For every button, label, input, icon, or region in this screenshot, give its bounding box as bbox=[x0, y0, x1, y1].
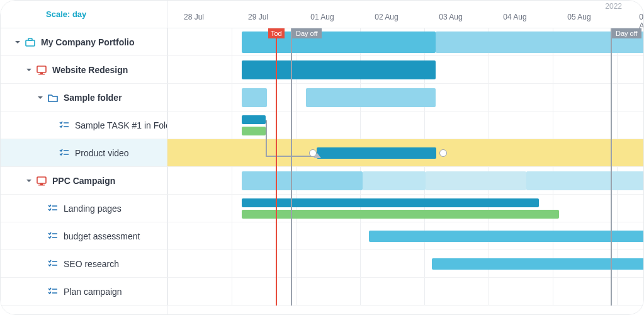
tree-row[interactable]: Sample TASK #1 in Fold bbox=[1, 112, 167, 139]
gantt-row[interactable] bbox=[167, 28, 643, 56]
chevron-down-icon[interactable] bbox=[36, 93, 45, 102]
tree-row[interactable]: Plan campaign bbox=[1, 278, 167, 306]
task-icon bbox=[47, 231, 59, 242]
year-label: 2022 bbox=[605, 2, 622, 11]
gantt-bar[interactable] bbox=[242, 60, 436, 79]
folder-icon bbox=[47, 92, 59, 103]
svg-rect-10 bbox=[40, 183, 43, 185]
dependency-marker bbox=[314, 153, 321, 158]
chevron-down-icon[interactable] bbox=[25, 66, 33, 74]
gantt-row[interactable] bbox=[167, 195, 643, 222]
tree-label: SEO research bbox=[64, 259, 119, 269]
tree-row[interactable]: budget assessment bbox=[1, 222, 167, 250]
svg-rect-4 bbox=[38, 74, 45, 75]
tree-row[interactable]: Website Redesign bbox=[1, 56, 167, 84]
gantt-row[interactable] bbox=[167, 56, 643, 84]
gantt-bar[interactable] bbox=[306, 88, 436, 107]
tree-label: budget assessment bbox=[64, 231, 140, 241]
tree-label: My Company Portfolio bbox=[41, 37, 135, 47]
task-tree: My Company PortfolioWebsite RedesignSamp… bbox=[1, 28, 167, 306]
svg-rect-11 bbox=[38, 185, 45, 186]
tree-row[interactable]: Product video bbox=[1, 139, 167, 167]
svg-rect-0 bbox=[26, 40, 35, 46]
date-label: 02 Aug bbox=[375, 13, 398, 21]
bar-handle[interactable] bbox=[439, 149, 447, 157]
project-icon bbox=[36, 64, 47, 76]
tree-label: PPC Campaign bbox=[52, 176, 115, 186]
tree-label: Sample TASK #1 in Fold bbox=[75, 120, 167, 130]
chevron-down-icon[interactable] bbox=[13, 38, 22, 47]
gantt-bar[interactable] bbox=[242, 210, 559, 219]
tree-row[interactable]: PPC Campaign bbox=[1, 167, 167, 195]
dayoff-badge: Day off bbox=[612, 28, 641, 38]
gantt-body[interactable]: TodDay offDay off bbox=[167, 28, 643, 306]
gantt-bar[interactable] bbox=[242, 127, 266, 135]
scale-indicator[interactable]: Scale: day bbox=[1, 1, 167, 28]
tree-row[interactable]: Sample folder bbox=[1, 84, 167, 112]
tree-label: Landing pages bbox=[64, 203, 121, 214]
date-label: 08 A bbox=[639, 13, 643, 30]
svg-rect-9 bbox=[37, 177, 46, 183]
scale-label: Scale: day bbox=[46, 9, 86, 19]
tree-row[interactable]: Landing pages bbox=[1, 195, 167, 222]
gantt-row[interactable] bbox=[167, 278, 643, 306]
tree-label: Product video bbox=[75, 148, 129, 158]
gantt-bar[interactable] bbox=[426, 171, 526, 190]
date-label: 28 Jul bbox=[184, 13, 204, 21]
task-icon bbox=[59, 147, 70, 159]
gantt-bar[interactable] bbox=[242, 171, 363, 190]
dependency-line bbox=[266, 156, 317, 157]
date-label: 03 Aug bbox=[439, 13, 462, 21]
portfolio-icon bbox=[25, 37, 36, 48]
dayoff-line bbox=[611, 28, 612, 306]
gantt-row[interactable] bbox=[167, 167, 643, 195]
gantt-bar[interactable] bbox=[369, 231, 643, 242]
tree-row[interactable]: My Company Portfolio bbox=[1, 28, 167, 56]
task-icon bbox=[47, 203, 59, 214]
tree-label: Sample folder bbox=[64, 93, 122, 103]
dayoff-line bbox=[291, 28, 292, 306]
gantt-bar[interactable] bbox=[363, 171, 426, 190]
gantt-row[interactable] bbox=[167, 84, 643, 112]
timeline-header: 2022 28 Jul29 Jul01 Aug02 Aug03 Aug04 Au… bbox=[167, 1, 643, 28]
gantt-row[interactable] bbox=[167, 139, 643, 167]
today-badge: Tod bbox=[268, 28, 285, 38]
gantt-row[interactable] bbox=[167, 112, 643, 139]
dayoff-badge: Day off bbox=[292, 28, 322, 38]
gantt-bar[interactable] bbox=[526, 171, 643, 190]
dependency-line bbox=[266, 120, 267, 156]
svg-rect-1 bbox=[28, 38, 32, 40]
svg-rect-3 bbox=[40, 72, 43, 74]
tree-row[interactable]: SEO research bbox=[1, 250, 167, 278]
date-label: 01 Aug bbox=[310, 13, 334, 21]
task-icon bbox=[59, 120, 70, 131]
date-label: 05 Aug bbox=[567, 13, 590, 21]
tree-label: Plan campaign bbox=[64, 287, 122, 297]
gantt-bar[interactable] bbox=[242, 198, 539, 207]
gantt-row[interactable] bbox=[167, 250, 643, 278]
task-icon bbox=[47, 286, 59, 297]
gantt-bar[interactable] bbox=[242, 115, 266, 124]
gantt-bar[interactable] bbox=[317, 147, 436, 159]
project-icon bbox=[36, 175, 47, 186]
today-line bbox=[276, 28, 277, 306]
date-label: 04 Aug bbox=[503, 13, 526, 21]
task-icon bbox=[47, 258, 59, 270]
svg-rect-2 bbox=[37, 66, 46, 72]
gantt-bar[interactable] bbox=[242, 88, 267, 107]
chevron-down-icon[interactable] bbox=[25, 176, 33, 185]
date-label: 29 Jul bbox=[248, 13, 268, 21]
gantt-row[interactable] bbox=[167, 222, 643, 250]
tree-label: Website Redesign bbox=[52, 65, 128, 75]
